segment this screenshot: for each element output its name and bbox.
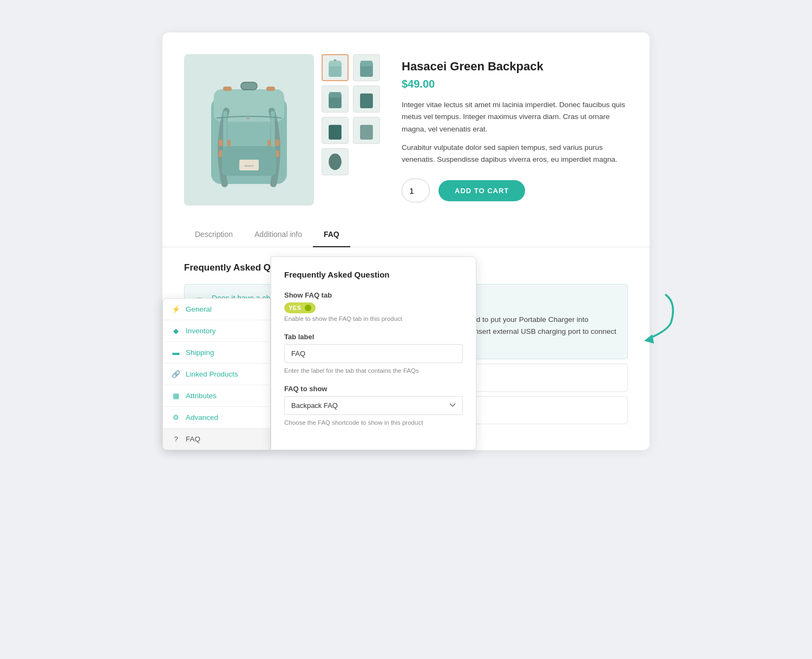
product-description-1: Integer vitae lectus sit amet mi lacinia… [402,99,628,135]
sidebar-item-attributes[interactable]: ▦ Attributes [163,385,270,407]
svg-rect-19 [361,61,372,66]
settings-row-tab-label: Tab label Enter the label for the tab th… [284,333,463,374]
thumbnail-grid [322,54,380,206]
product-tabs: Description Additional info FAQ [162,222,650,247]
thumbnail-5[interactable] [322,117,349,144]
show-faq-hint: Enable to show the FAQ tab in this produ… [284,315,463,322]
sidebar-label-attributes: Attributes [186,392,217,400]
svg-rect-2 [241,82,257,90]
thumbnail-3[interactable] [322,85,349,113]
edit-sidebar: ⚡ General ◆ Inventory ▬ Shipping 🔗 Linke… [162,298,271,450]
faq-to-show-label: FAQ to show [284,385,463,393]
toggle-dot [305,305,311,311]
tab-label-label: Tab label [284,333,463,341]
product-section: HASACEI [162,32,650,222]
sidebar-label-faq: FAQ [186,435,200,443]
svg-rect-23 [329,125,342,140]
svg-rect-17 [333,60,336,61]
shipping-icon: ▬ [172,348,180,357]
faq-settings-panel: Frequently Asked Question Show FAQ tab Y… [271,256,476,450]
tab-faq[interactable]: FAQ [313,222,350,247]
faq-to-show-hint: Choose the FAQ shortcode to show in this… [284,419,463,426]
product-title: Hasacei Green Backpack [402,60,628,74]
product-page: HASACEI [162,32,650,450]
thumbnail-7[interactable] [322,148,349,175]
faq-icon: ? [172,435,180,443]
settings-row-show-faq: Show FAQ tab YES Enable to show the FAQ … [284,291,463,322]
tab-label-hint: Enter the label for the tab that contain… [284,367,463,374]
product-images: HASACEI [184,54,380,206]
svg-rect-3 [223,87,232,91]
sidebar-item-general[interactable]: ⚡ General [163,299,270,320]
toggle-yes-label: YES [289,305,302,311]
sidebar-label-linked-products: Linked Products [186,370,238,378]
tab-additional-info[interactable]: Additional info [244,222,313,247]
thumbnail-1[interactable] [322,54,349,81]
sidebar-item-linked-products[interactable]: 🔗 Linked Products [163,364,270,385]
quantity-input[interactable] [402,179,430,202]
toggle-row: YES [284,302,463,313]
sidebar-item-shipping[interactable]: ▬ Shipping [163,342,270,364]
cart-row: ADD TO CART [402,179,628,202]
sidebar-label-advanced: Advanced [186,413,218,421]
faq-to-show-select[interactable]: Backpack FAQ General FAQ Travel FAQ [284,396,463,415]
sidebar-label-shipping: Shipping [186,348,214,357]
settings-row-faq-to-show: FAQ to show Backpack FAQ General FAQ Tra… [284,385,463,426]
general-icon: ⚡ [172,305,180,313]
svg-point-14 [246,116,250,120]
add-to-cart-button[interactable]: ADD TO CART [438,180,525,201]
sidebar-label-general: General [186,305,212,313]
svg-rect-4 [266,87,275,91]
svg-text:HASACEI: HASACEI [244,164,254,167]
faq-toggle-badge[interactable]: YES [284,302,316,313]
thumbnail-2[interactable] [353,54,380,81]
product-price: $49.00 [402,78,628,90]
tab-label-input[interactable] [284,344,463,363]
tab-description[interactable]: Description [184,222,244,247]
sidebar-item-advanced[interactable]: ⚙ Advanced [163,407,270,429]
show-faq-label: Show FAQ tab [284,291,463,299]
main-product-image: HASACEI [184,54,314,206]
svg-rect-22 [360,94,373,108]
product-info: Hasacei Green Backpack $49.00 Integer vi… [402,54,628,206]
svg-point-25 [329,154,342,170]
inventory-icon: ◆ [172,327,180,335]
sidebar-label-inventory: Inventory [186,327,216,335]
thumbnail-4[interactable] [353,85,380,113]
linked-products-icon: 🔗 [172,370,180,378]
sidebar-item-faq[interactable]: ? FAQ [163,429,270,450]
settings-panel-title: Frequently Asked Question [284,270,463,279]
sidebar-item-inventory[interactable]: ◆ Inventory [163,320,270,342]
attributes-icon: ▦ [172,392,180,400]
svg-rect-16 [329,61,341,66]
thumbnail-6[interactable] [353,117,380,144]
product-description-2: Curabitur vulputate dolor sed sapien tem… [402,142,628,166]
svg-rect-21 [329,92,341,97]
advanced-icon: ⚙ [172,413,180,421]
svg-rect-24 [360,125,373,140]
